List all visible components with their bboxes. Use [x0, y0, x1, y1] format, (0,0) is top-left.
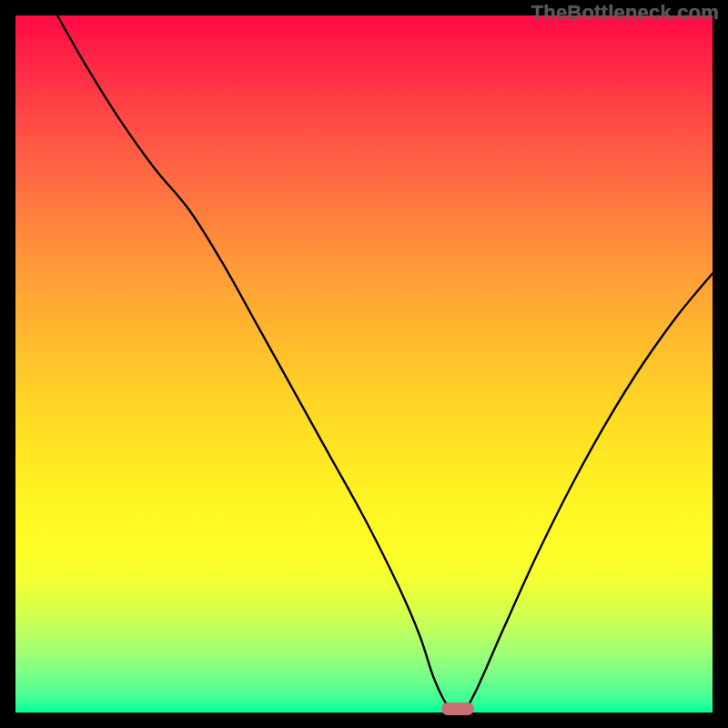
watermark-text: TheBottleneck.com	[531, 1, 719, 25]
chart-frame: TheBottleneck.com	[0, 0, 728, 728]
plot-area	[15, 15, 713, 713]
